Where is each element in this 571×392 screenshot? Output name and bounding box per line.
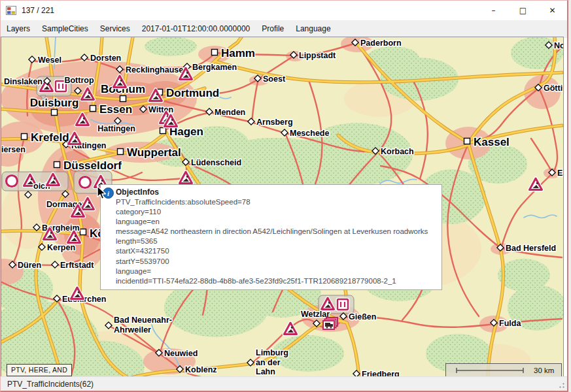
city-label: Dortmund	[166, 87, 219, 99]
city-label: Witten	[148, 105, 173, 114]
city-label: Fulda	[499, 319, 521, 328]
city-label: Erftstadt	[60, 261, 94, 270]
app-icon	[6, 5, 16, 16]
menu-item-layers[interactable]: Layers	[1, 20, 36, 37]
tooltip-line: PTV_TrafficIncidents:absoluteSpeed=78	[116, 197, 436, 207]
city-recklinghausen: Recklinghausen	[116, 65, 188, 74]
city-duesseldorf: Düsseldorf	[54, 159, 122, 172]
city-label: Bergkamen	[192, 63, 237, 72]
status-bar: PTV_TrafficIncidents(62)	[1, 376, 567, 391]
city-label: Dinslaken	[4, 77, 43, 86]
minimize-button[interactable]: –	[479, 1, 508, 20]
city-label: an der	[256, 358, 281, 367]
object-info-tooltip: i ObjectInfos PTV_TrafficIncidents:absol…	[100, 184, 442, 290]
city-viersen: iersen	[1, 145, 26, 154]
city-label: Wuppertal	[127, 146, 181, 159]
city-label: Wetzlar	[301, 310, 330, 319]
app-window: 137 / 221 – □ ✕ LayersSampleCitiesServic…	[0, 0, 568, 392]
city-label: Düsseldorf	[63, 159, 122, 172]
tooltip-lines: PTV_TrafficIncidents:absoluteSpeed=78cat…	[116, 197, 436, 286]
city-label: Krefeld	[31, 131, 69, 144]
city-label: Koblenz	[185, 365, 217, 374]
city-label: Eschwege	[557, 169, 563, 178]
city-label: Bottrop	[64, 76, 94, 85]
city-label: Hattingen	[97, 124, 135, 133]
tooltip-line: message=A542 northeastern in direction A…	[116, 227, 436, 237]
window-title: 137 / 221	[22, 6, 54, 15]
city-label: Hamm	[221, 47, 255, 59]
menu-item-profile[interactable]: Profile	[256, 20, 290, 37]
city-luedenscheid: Lüdenscheid	[182, 158, 241, 167]
tooltip-line: startY=5539700	[116, 257, 436, 267]
traffic-incident-closure-icon[interactable]	[78, 176, 92, 189]
tooltip-line: category=110	[116, 207, 436, 217]
city-label: Meschede	[290, 129, 329, 138]
resize-grip[interactable]	[557, 380, 565, 389]
city-label: Ahrweiler	[114, 325, 151, 335]
tooltip-line: startX=4321750	[116, 246, 436, 256]
city-bergkamen: Bergkamen	[184, 63, 237, 72]
close-button[interactable]: ✕	[538, 1, 567, 20]
city-label: Bad Hersfeld	[506, 244, 556, 253]
city-label: Limburg	[256, 348, 288, 357]
city-label: Lippstadt	[299, 51, 336, 60]
city-label: Bad Neuenahr-	[114, 316, 172, 325]
status-text: PTV_TrafficIncidents(62)	[7, 380, 94, 389]
city-wuppertal: Wuppertal	[118, 146, 181, 159]
city-label: Göttingen	[544, 84, 563, 93]
city-label: Recklinghausen	[126, 65, 188, 74]
traffic-incident-closure-icon[interactable]	[5, 174, 19, 188]
menu-bar: LayersSampleCitiesServices2017-01-01T12:…	[1, 20, 567, 38]
city-dortmund: Dortmund	[157, 87, 220, 99]
city-label: Arnsberg	[256, 118, 293, 127]
city-label: Wesel	[38, 56, 61, 65]
tooltip-line: language=	[116, 267, 436, 276]
city-label: Neuwied	[164, 349, 198, 358]
city-label: Lahn	[256, 367, 275, 376]
tooltip-line: length=5365	[116, 237, 436, 246]
menu-item-2017-01-01t12-00-00-0000000[interactable]: 2017-01-01T12:00:00.0000000	[136, 20, 256, 37]
map-attribution: PTV, HERE, AND	[7, 364, 72, 376]
city-bad-hersfeld: Bad Hersfeld	[497, 244, 556, 253]
traffic-incident-sign-icon[interactable]	[337, 299, 349, 310]
traffic-incident-stack-icon[interactable]	[323, 318, 337, 329]
map-scale-bar: 30 km	[445, 363, 562, 377]
city-label: iersen	[1, 145, 26, 154]
city-label: Dorsten	[90, 54, 121, 63]
scale-line	[455, 367, 525, 374]
tooltip-title: ObjectInfos	[116, 187, 436, 197]
city-label: Paderborn	[360, 39, 402, 48]
city-label: Menden	[215, 108, 245, 117]
mouse-cursor	[97, 186, 107, 203]
map-canvas[interactable]: WeselDorstenRecklinghausenBergkamenHammL…	[1, 37, 563, 378]
maximize-button[interactable]: □	[508, 1, 538, 20]
city-label: Soest	[263, 74, 286, 84]
city-label: Lüdenscheid	[191, 158, 241, 167]
menu-item-language[interactable]: Language	[290, 20, 336, 37]
tooltip-line: incidentId=TTI-574efa22-88db-4b8b-afe3-5…	[116, 276, 436, 286]
city-label: Duisburg	[30, 97, 79, 109]
tooltip-line: language=en	[116, 217, 436, 227]
city-label: Gießen	[349, 312, 376, 321]
city-label: Kassel	[474, 136, 510, 148]
city-label: Essen	[99, 103, 132, 116]
city-label: Northeim	[554, 41, 563, 50]
menu-item-samplecities[interactable]: SampleCities	[36, 20, 94, 37]
scale-label: 30 km	[534, 367, 554, 374]
city-label: Düren	[18, 261, 41, 270]
menu-item-services[interactable]: Services	[94, 20, 136, 37]
title-bar[interactable]: 137 / 221 – □ ✕	[1, 1, 567, 20]
city-label: Korbach	[381, 147, 414, 156]
